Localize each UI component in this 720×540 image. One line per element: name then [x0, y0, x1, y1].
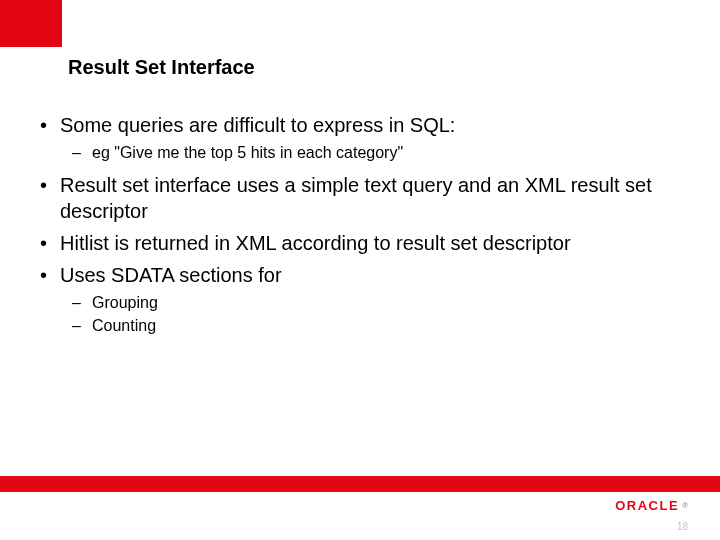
sub-bullet-item: Counting: [68, 315, 680, 337]
bullet-item: Result set interface uses a simple text …: [36, 172, 680, 224]
slide-content: Some queries are difficult to express in…: [36, 112, 680, 345]
bullet-text: Hitlist is returned in XML according to …: [60, 232, 571, 254]
footer-accent-bar: [0, 476, 720, 492]
logo-text: ORACLE: [613, 497, 681, 514]
oracle-logo: ORACLE ®: [613, 496, 688, 514]
accent-block: [0, 0, 62, 47]
bullet-text: Some queries are difficult to express in…: [60, 114, 455, 136]
sub-bullet-text: Counting: [92, 317, 156, 334]
sub-bullet-text: eg "Give me the top 5 hits in each categ…: [92, 144, 403, 161]
bullet-text: Uses SDATA sections for: [60, 264, 282, 286]
bullet-list: Some queries are difficult to express in…: [36, 112, 680, 337]
bullet-item: Uses SDATA sections for Grouping Countin…: [36, 262, 680, 337]
page-number: 18: [677, 521, 688, 532]
sub-bullet-item: Grouping: [68, 292, 680, 314]
registered-mark: ®: [682, 501, 688, 510]
slide-title: Result Set Interface: [68, 56, 255, 79]
sub-bullet-list: Grouping Counting: [60, 292, 680, 337]
sub-bullet-item: eg "Give me the top 5 hits in each categ…: [68, 142, 680, 164]
sub-bullet-list: eg "Give me the top 5 hits in each categ…: [60, 142, 680, 164]
bullet-item: Some queries are difficult to express in…: [36, 112, 680, 164]
bullet-item: Hitlist is returned in XML according to …: [36, 230, 680, 256]
bullet-text: Result set interface uses a simple text …: [60, 174, 652, 222]
sub-bullet-text: Grouping: [92, 294, 158, 311]
